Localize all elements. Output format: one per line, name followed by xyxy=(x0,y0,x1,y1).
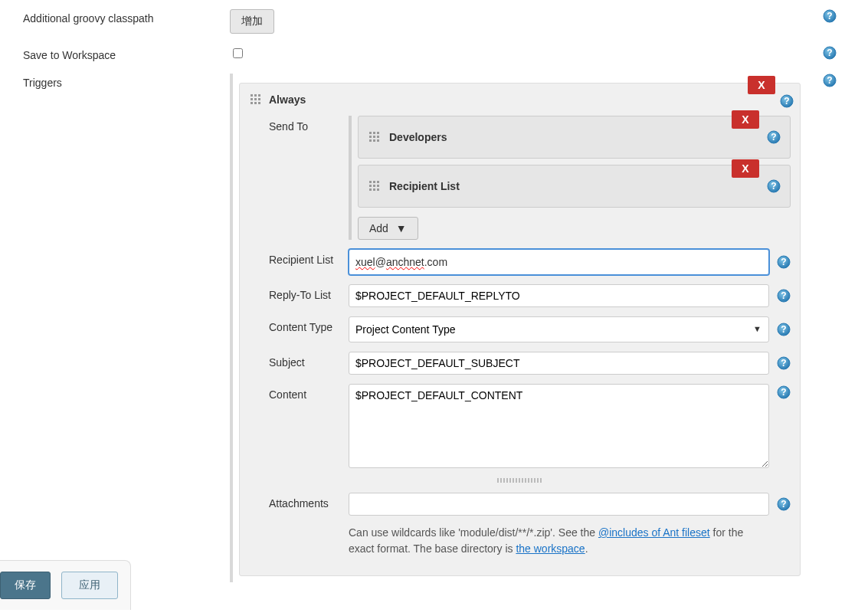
help-icon[interactable]: ? xyxy=(777,323,791,336)
svg-text:?: ? xyxy=(781,499,786,510)
svg-rect-19 xyxy=(373,136,375,138)
send-to-item-title: Recipient List xyxy=(389,180,460,192)
label-recipient-list: Recipient List xyxy=(249,249,349,275)
label-additional-classpath: Additional groovy classpath xyxy=(0,3,222,25)
label-content-type: Content Type xyxy=(249,316,349,342)
send-to-container: X Developers ? X xyxy=(349,116,791,240)
save-to-workspace-checkbox[interactable] xyxy=(233,48,243,58)
send-to-item-recipient-list: X Recipient List ? xyxy=(358,165,791,208)
svg-rect-14 xyxy=(258,102,260,104)
attachments-help-text: Can use wildcards like 'module/dist/**/*… xyxy=(349,525,791,557)
svg-rect-33 xyxy=(373,188,375,191)
help-icon[interactable]: ? xyxy=(777,385,791,399)
svg-rect-7 xyxy=(254,94,257,97)
help-icon[interactable]: ? xyxy=(777,356,791,370)
drag-handle-icon[interactable] xyxy=(368,130,382,144)
help-text-part: Can use wildcards like 'module/dist/**/*… xyxy=(349,526,598,539)
svg-rect-23 xyxy=(377,139,379,142)
help-icon[interactable]: ? xyxy=(823,46,837,60)
svg-rect-28 xyxy=(377,181,379,183)
svg-rect-17 xyxy=(377,132,379,134)
svg-text:?: ? xyxy=(781,290,786,301)
help-icon[interactable]: ? xyxy=(780,94,794,108)
input-text-part: anchnet xyxy=(386,256,424,268)
svg-rect-13 xyxy=(254,102,257,104)
label-content: Content xyxy=(249,384,349,468)
remove-recipient-list-button[interactable]: X xyxy=(732,159,759,178)
reply-to-list-input[interactable] xyxy=(349,284,769,307)
help-icon[interactable]: ? xyxy=(767,130,781,144)
trigger-always-section: X ? Always Send To X xyxy=(239,83,801,576)
workspace-link[interactable]: the workspace xyxy=(516,542,585,555)
label-send-to: Send To xyxy=(249,116,349,240)
svg-rect-32 xyxy=(369,188,372,191)
send-to-item-developers: X Developers ? xyxy=(358,116,791,159)
svg-rect-15 xyxy=(369,132,372,134)
svg-rect-31 xyxy=(377,185,379,187)
attachments-input[interactable] xyxy=(349,493,769,516)
svg-text:?: ? xyxy=(781,257,786,267)
svg-rect-29 xyxy=(369,185,372,187)
label-subject: Subject xyxy=(249,352,349,375)
label-save-to-workspace: Save to Workspace xyxy=(0,40,222,61)
svg-text:?: ? xyxy=(827,11,832,21)
send-to-item-title: Developers xyxy=(389,131,447,143)
remove-developers-button[interactable]: X xyxy=(732,110,759,129)
help-icon[interactable]: ? xyxy=(823,74,837,87)
svg-text:?: ? xyxy=(781,387,786,398)
svg-text:?: ? xyxy=(784,96,789,106)
svg-rect-27 xyxy=(373,181,375,183)
svg-rect-11 xyxy=(258,98,260,100)
input-text-part: xuel xyxy=(355,256,375,268)
help-icon[interactable]: ? xyxy=(777,497,791,511)
caret-down-icon: ▼ xyxy=(396,222,407,234)
trigger-always-header: Always xyxy=(249,93,791,106)
add-classpath-button[interactable]: 增加 xyxy=(230,9,274,34)
help-text-part: . xyxy=(585,542,588,555)
svg-rect-22 xyxy=(373,139,375,142)
svg-rect-6 xyxy=(251,94,253,97)
svg-rect-16 xyxy=(373,132,375,134)
label-attachments: Attachments xyxy=(249,493,349,516)
help-icon[interactable]: ? xyxy=(777,289,791,303)
svg-rect-20 xyxy=(377,136,379,138)
svg-text:?: ? xyxy=(781,324,786,335)
ant-fileset-link[interactable]: @includes of Ant fileset xyxy=(598,526,710,539)
label-triggers: Triggers xyxy=(0,67,222,582)
svg-rect-9 xyxy=(251,98,253,100)
add-send-to-button[interactable]: Add ▼ xyxy=(358,217,418,240)
svg-rect-18 xyxy=(369,136,372,138)
input-text-part: @ xyxy=(375,256,386,268)
triggers-container: X ? Always Send To X xyxy=(230,74,807,582)
help-icon[interactable]: ? xyxy=(777,255,791,269)
add-send-to-label: Add xyxy=(369,222,388,234)
svg-text:?: ? xyxy=(827,48,832,58)
svg-text:?: ? xyxy=(771,181,776,192)
trigger-always-title: Always xyxy=(269,93,306,106)
recipient-list-input[interactable]: xuel@anchnet.com xyxy=(349,249,769,275)
svg-rect-21 xyxy=(369,139,372,142)
svg-rect-30 xyxy=(373,185,375,187)
svg-rect-12 xyxy=(251,102,253,104)
drag-handle-icon[interactable] xyxy=(368,179,382,193)
svg-text:?: ? xyxy=(827,75,832,86)
save-button[interactable]: 保存 xyxy=(0,572,51,599)
footer-button-bar: 保存 应用 xyxy=(0,560,131,610)
svg-rect-8 xyxy=(258,94,260,97)
help-icon[interactable]: ? xyxy=(823,9,837,23)
svg-rect-34 xyxy=(377,188,379,191)
apply-button[interactable]: 应用 xyxy=(61,572,118,599)
remove-trigger-button[interactable]: X xyxy=(748,76,775,94)
content-type-select[interactable]: Project Content Type xyxy=(349,316,769,342)
subject-input[interactable] xyxy=(349,352,769,375)
drag-handle-icon[interactable] xyxy=(249,93,263,106)
svg-rect-10 xyxy=(254,98,257,100)
svg-text:?: ? xyxy=(781,358,786,369)
help-icon[interactable]: ? xyxy=(767,179,781,193)
label-reply-to-list: Reply-To List xyxy=(249,284,349,307)
input-text-part: .com xyxy=(424,256,447,268)
svg-rect-26 xyxy=(369,181,372,183)
resize-grip-icon[interactable] xyxy=(497,478,543,483)
svg-text:?: ? xyxy=(771,132,776,143)
content-textarea[interactable]: $PROJECT_DEFAULT_CONTENT xyxy=(349,384,769,468)
